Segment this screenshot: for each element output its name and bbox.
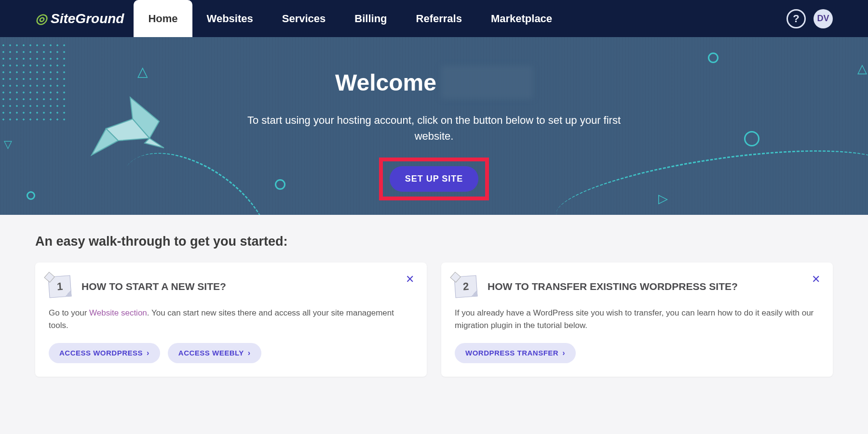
nav-home[interactable]: Home bbox=[134, 0, 192, 37]
triangle-decoration-icon: △ bbox=[137, 64, 148, 79]
topbar-right: ? DV bbox=[787, 9, 833, 28]
close-icon[interactable]: ✕ bbox=[812, 273, 820, 286]
wordpress-transfer-button[interactable]: WORDPRESS TRANSFER› bbox=[455, 343, 576, 363]
website-section-link[interactable]: Website section bbox=[89, 308, 147, 317]
welcome-text: Welcome bbox=[335, 69, 436, 96]
chevron-right-icon: › bbox=[562, 349, 565, 357]
help-icon[interactable]: ? bbox=[787, 9, 806, 28]
triangle-decoration-icon: ▽ bbox=[4, 138, 12, 151]
button-label: ACCESS WEEBLY bbox=[178, 349, 244, 357]
card-title: HOW TO START A NEW SITE? bbox=[81, 281, 226, 292]
svg-marker-3 bbox=[145, 138, 164, 148]
set-up-site-button[interactable]: SET UP SITE bbox=[390, 166, 479, 192]
cta-highlight-box: SET UP SITE bbox=[379, 158, 489, 200]
body-text: Go to your bbox=[49, 308, 89, 317]
card-header: 1 HOW TO START A NEW SITE? bbox=[49, 276, 413, 297]
card-actions: ACCESS WORDPRESS› ACCESS WEEBLY› bbox=[49, 343, 413, 363]
card-title: HOW TO TRANSFER EXISTING WORDPRESS SITE? bbox=[488, 281, 738, 292]
logo[interactable]: ◎ SiteGround bbox=[35, 11, 124, 26]
card-transfer-wordpress: ✕ 2 HOW TO TRANSFER EXISTING WORDPRESS S… bbox=[441, 263, 833, 377]
card-header: 2 HOW TO TRANSFER EXISTING WORDPRESS SIT… bbox=[455, 276, 819, 297]
content: An easy walk-through to get you started:… bbox=[0, 215, 868, 396]
card-actions: WORDPRESS TRANSFER› bbox=[455, 343, 819, 363]
logo-swirl-icon: ◎ bbox=[35, 11, 47, 26]
card-start-new-site: ✕ 1 HOW TO START A NEW SITE? Go to your … bbox=[35, 263, 427, 377]
card-body: Go to your Website section. You can star… bbox=[49, 307, 413, 332]
nav-services[interactable]: Services bbox=[268, 0, 340, 37]
circle-decoration-icon bbox=[27, 191, 35, 200]
nav-referrals[interactable]: Referrals bbox=[402, 0, 476, 37]
access-wordpress-button[interactable]: ACCESS WORDPRESS› bbox=[49, 343, 160, 363]
nav-marketplace[interactable]: Marketplace bbox=[476, 0, 567, 37]
circle-decoration-icon bbox=[744, 131, 760, 146]
topbar: ◎ SiteGround Home Websites Services Bill… bbox=[0, 0, 868, 37]
nav-billing[interactable]: Billing bbox=[340, 0, 401, 37]
button-label: WORDPRESS TRANSFER bbox=[465, 349, 558, 357]
close-icon[interactable]: ✕ bbox=[406, 273, 414, 286]
button-label: ACCESS WORDPRESS bbox=[59, 349, 143, 357]
step-badge-icon: 1 bbox=[48, 275, 72, 298]
triangle-decoration-icon: △ bbox=[857, 61, 867, 76]
dot-grid-decoration bbox=[0, 42, 68, 124]
card-body: If you already have a WordPress site you… bbox=[455, 307, 819, 332]
cards-row: ✕ 1 HOW TO START A NEW SITE? Go to your … bbox=[35, 263, 833, 377]
main-nav: Home Websites Services Billing Referrals… bbox=[134, 0, 567, 37]
welcome-heading: Welcome bbox=[335, 66, 533, 99]
walkthrough-title: An easy walk-through to get you started: bbox=[35, 234, 833, 249]
chevron-right-icon: › bbox=[147, 349, 149, 357]
dashed-line-decoration bbox=[552, 134, 868, 215]
nav-websites[interactable]: Websites bbox=[192, 0, 268, 37]
hero-subtitle: To start using your hosting account, cli… bbox=[241, 112, 627, 144]
access-weebly-button[interactable]: ACCESS WEEBLY› bbox=[168, 343, 261, 363]
redacted-username bbox=[441, 66, 533, 99]
hero: △ ▽ △ ▷ Welcome To start using your host… bbox=[0, 37, 868, 215]
brand-text: SiteGround bbox=[51, 11, 124, 26]
chevron-right-icon: › bbox=[248, 349, 251, 357]
step-badge-icon: 2 bbox=[454, 275, 478, 298]
circle-decoration-icon bbox=[275, 179, 285, 190]
circle-decoration-icon bbox=[708, 53, 719, 63]
avatar[interactable]: DV bbox=[814, 9, 833, 28]
